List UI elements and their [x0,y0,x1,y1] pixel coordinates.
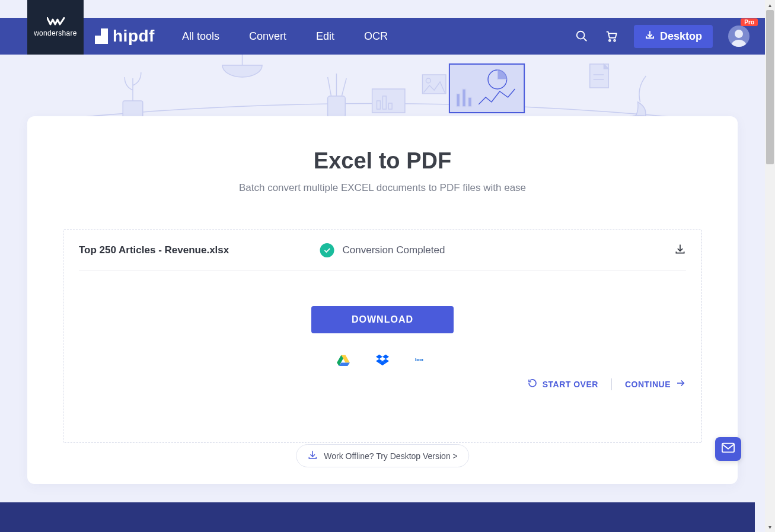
wondershare-icon [47,17,65,27]
svg-rect-13 [372,89,405,113]
offline-pill[interactable]: Work Offline? Try Desktop Version > [296,444,469,467]
file-name: Top 250 Articles - Revenue.xlsx [79,244,229,256]
download-icon [307,450,318,462]
scroll-up-icon[interactable]: ▴ [765,0,775,10]
arrow-right-icon [675,378,686,390]
hipdf-label: hipdf [113,27,155,46]
continue-label: CONTINUE [625,380,671,389]
action-divider [611,378,612,390]
pro-badge: Pro [741,18,758,26]
desktop-button-label: Desktop [660,30,702,43]
start-over-button[interactable]: START OVER [527,378,598,390]
restart-icon [527,378,538,390]
svg-rect-24 [590,64,609,88]
svg-line-10 [328,77,331,96]
svg-line-3 [583,38,586,41]
mail-icon [722,442,735,455]
svg-text:box: box [415,357,424,362]
download-button[interactable]: DOWNLOAD [311,306,454,333]
svg-rect-21 [457,94,460,107]
google-drive-icon[interactable] [337,353,350,367]
mail-fab[interactable] [715,437,741,461]
check-icon [320,243,334,257]
box-icon[interactable]: box [415,353,428,367]
svg-line-12 [342,78,346,96]
svg-rect-1 [95,28,101,36]
svg-rect-29 [722,444,734,453]
continue-button[interactable]: CONTINUE [625,378,686,390]
wondershare-label: wondershare [34,29,77,37]
svg-point-4 [609,40,611,42]
svg-point-18 [426,78,430,83]
search-icon[interactable] [575,29,589,43]
main-card: Excel to PDF Batch convert multiple EXCE… [27,116,738,484]
svg-point-6 [735,30,743,38]
file-area: Top 250 Articles - Revenue.xlsx Conversi… [63,230,702,443]
scroll-thumb[interactable] [766,10,774,164]
file-status: Conversion Completed [343,244,445,256]
svg-rect-17 [422,75,445,94]
svg-rect-9 [328,96,346,117]
hipdf-icon [95,28,108,44]
cart-icon[interactable] [604,29,618,43]
page-subtitle: Batch convert multiple EXCEL documents t… [27,182,738,194]
background-illustration [0,55,755,126]
dropbox-icon[interactable] [376,353,389,367]
nav-edit[interactable]: Edit [316,30,334,43]
avatar[interactable]: Pro [728,26,750,47]
svg-point-2 [577,31,585,39]
nav-all-tools[interactable]: All tools [182,30,219,43]
svg-rect-23 [468,97,471,107]
start-over-label: START OVER [543,380,598,389]
nav-ocr[interactable]: OCR [364,30,388,43]
scrollbar[interactable]: ▴ ▾ [765,0,775,532]
file-download-icon[interactable] [674,243,686,257]
svg-rect-22 [463,89,466,107]
main-nav: All tools Convert Edit OCR [182,30,388,43]
svg-rect-14 [377,101,381,109]
svg-point-5 [614,40,615,42]
offline-label: Work Offline? Try Desktop Version > [324,451,458,461]
header: wondershare hipdf All tools Convert Edit… [0,18,765,55]
wondershare-logo[interactable]: wondershare [27,0,84,55]
svg-rect-15 [382,96,386,109]
svg-rect-19 [449,64,524,113]
desktop-button[interactable]: Desktop [634,25,713,48]
page-title: Excel to PDF [27,148,738,174]
nav-convert[interactable]: Convert [249,30,286,43]
file-row: Top 250 Articles - Revenue.xlsx Conversi… [79,230,686,270]
avatar-icon [728,26,750,47]
svg-rect-16 [388,103,392,109]
footer [0,502,755,532]
scroll-down-icon[interactable]: ▾ [765,522,775,532]
hipdf-logo[interactable]: hipdf [95,27,155,46]
svg-point-20 [488,70,507,89]
download-icon [645,30,655,43]
